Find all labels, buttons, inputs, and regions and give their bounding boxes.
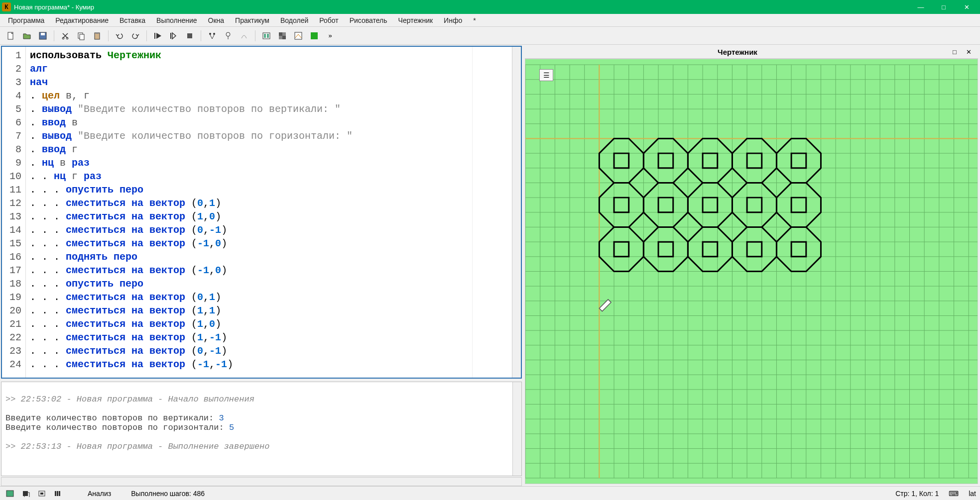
svg-rect-17 bbox=[267, 34, 269, 38]
editor-margin bbox=[472, 47, 512, 378]
menu-robot[interactable]: Робот bbox=[314, 15, 343, 26]
svg-point-13 bbox=[213, 33, 215, 35]
run-icon[interactable] bbox=[151, 29, 165, 43]
window-title: Новая программа* - Кумир bbox=[14, 3, 909, 11]
app-icon: К bbox=[2, 2, 11, 11]
menubar: Программа Редактирование Вставка Выполне… bbox=[0, 14, 980, 27]
titlebar: К Новая программа* - Кумир — □ ✕ bbox=[0, 0, 980, 14]
svg-rect-19 bbox=[282, 32, 286, 36]
copy-icon[interactable] bbox=[74, 29, 88, 43]
svg-rect-25 bbox=[311, 36, 314, 39]
menu-program[interactable]: Программа bbox=[3, 15, 49, 26]
menu-vodolei[interactable]: Водолей bbox=[275, 15, 313, 26]
svg-point-14 bbox=[226, 32, 230, 36]
svg-rect-90 bbox=[23, 491, 28, 496]
svg-rect-8 bbox=[96, 32, 99, 34]
line-number-gutter: 1 2 3 4 5 6 7 8 9 10 11 12 13 14 15 16 1… bbox=[2, 47, 26, 378]
status-lang: lat bbox=[969, 490, 976, 498]
panel-close-icon[interactable]: ✕ bbox=[963, 47, 974, 58]
drawing-panel-header: Чертежник □ ✕ bbox=[525, 46, 978, 59]
tool4-icon[interactable] bbox=[259, 29, 273, 43]
maximize-button[interactable]: □ bbox=[932, 0, 955, 14]
undo-icon[interactable] bbox=[113, 29, 126, 43]
tool3-icon[interactable] bbox=[237, 29, 251, 43]
editor-vscrollbar[interactable] bbox=[512, 47, 521, 378]
menu-drawer[interactable]: Рисователь bbox=[345, 15, 392, 26]
sb-btn2-icon[interactable] bbox=[20, 488, 32, 499]
code-area[interactable]: использовать Чертежник алг нач . цел в, … bbox=[26, 47, 472, 378]
panel-restore-icon[interactable]: □ bbox=[949, 47, 960, 58]
menu-chertezhnik[interactable]: Чертежник bbox=[393, 15, 438, 26]
code-editor[interactable]: 1 2 3 4 5 6 7 8 9 10 11 12 13 14 15 16 1… bbox=[1, 46, 522, 379]
svg-rect-24 bbox=[314, 32, 318, 36]
close-button[interactable]: ✕ bbox=[955, 0, 978, 14]
svg-rect-20 bbox=[279, 36, 282, 39]
svg-rect-23 bbox=[311, 32, 314, 36]
minimize-button[interactable]: — bbox=[909, 0, 932, 14]
svg-rect-94 bbox=[55, 491, 56, 496]
svg-rect-2 bbox=[41, 33, 45, 35]
console-hscrollbar[interactable] bbox=[1, 477, 522, 486]
new-file-icon[interactable] bbox=[4, 29, 18, 43]
tool1-icon[interactable] bbox=[205, 29, 219, 43]
svg-point-12 bbox=[209, 33, 211, 35]
drawing-canvas[interactable]: ☰ bbox=[525, 59, 978, 484]
svg-rect-93 bbox=[40, 493, 43, 495]
svg-rect-11 bbox=[187, 33, 192, 38]
menu-practicum[interactable]: Практикум bbox=[230, 15, 274, 26]
drawing-svg bbox=[525, 59, 978, 484]
open-file-icon[interactable] bbox=[20, 29, 34, 43]
sb-btn1-icon[interactable] bbox=[4, 488, 16, 499]
output-console[interactable]: >> 22:53:02 - Новая программа - Начало в… bbox=[1, 382, 522, 476]
svg-rect-16 bbox=[264, 34, 266, 38]
svg-rect-6 bbox=[80, 34, 84, 40]
menu-info[interactable]: Инфо bbox=[439, 15, 467, 26]
save-file-icon[interactable] bbox=[36, 29, 50, 43]
menu-run[interactable]: Выполнение bbox=[151, 15, 202, 26]
panel-title: Чертежник bbox=[529, 48, 946, 56]
menu-windows[interactable]: Окна bbox=[203, 15, 230, 26]
status-kb-icon[interactable]: ⌨ bbox=[949, 490, 959, 498]
paste-icon[interactable] bbox=[90, 29, 104, 43]
cut-icon[interactable] bbox=[58, 29, 72, 43]
svg-rect-22 bbox=[295, 32, 302, 39]
status-cursor-pos: Стр: 1, Кол: 1 bbox=[895, 490, 939, 498]
status-steps: Выполнено шагов: 486 bbox=[131, 490, 205, 498]
svg-rect-26 bbox=[314, 36, 318, 39]
menu-edit[interactable]: Редактирование bbox=[50, 15, 114, 26]
step-icon[interactable] bbox=[167, 29, 181, 43]
svg-rect-95 bbox=[57, 491, 58, 496]
status-analysis: Анализ bbox=[88, 490, 111, 498]
redo-icon[interactable] bbox=[128, 29, 142, 43]
sb-btn3-icon[interactable] bbox=[36, 488, 48, 499]
toolbar: » bbox=[0, 27, 980, 45]
canvas-menu-icon[interactable]: ☰ bbox=[539, 69, 553, 81]
tool6-icon[interactable] bbox=[291, 29, 305, 43]
stop-icon[interactable] bbox=[183, 29, 197, 43]
tool7-icon[interactable] bbox=[307, 29, 321, 43]
svg-rect-18 bbox=[279, 32, 282, 36]
svg-rect-9 bbox=[154, 33, 155, 39]
svg-rect-89 bbox=[6, 491, 13, 497]
statusbar: Анализ Выполнено шагов: 486 Стр: 1, Кол:… bbox=[0, 486, 980, 500]
toolbar-overflow-icon[interactable]: » bbox=[323, 29, 337, 43]
menu-insert[interactable]: Вставка bbox=[115, 15, 150, 26]
svg-rect-21 bbox=[282, 36, 286, 39]
sb-btn4-icon[interactable] bbox=[52, 488, 64, 499]
console-vscrollbar[interactable] bbox=[512, 382, 521, 476]
tool5-icon[interactable] bbox=[275, 29, 289, 43]
svg-rect-10 bbox=[170, 33, 171, 39]
tool2-icon[interactable] bbox=[221, 29, 235, 43]
menu-extra[interactable]: * bbox=[468, 15, 481, 26]
svg-rect-96 bbox=[59, 491, 60, 496]
